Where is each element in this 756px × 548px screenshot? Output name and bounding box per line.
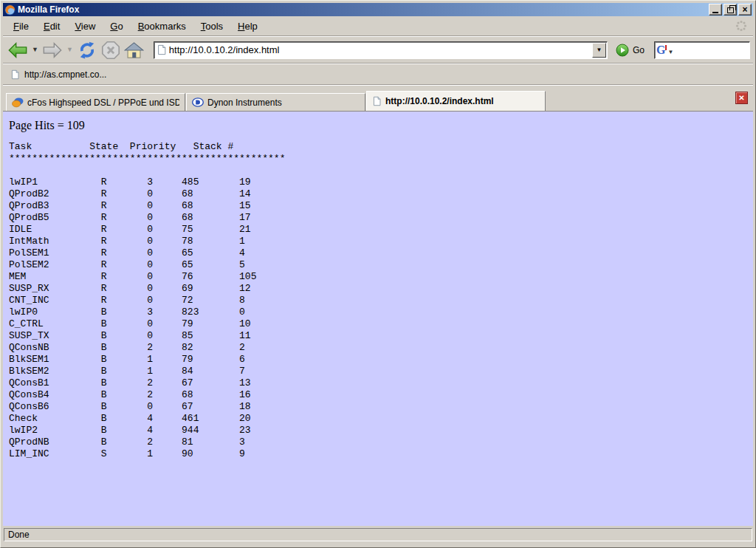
tab-label: Dynon Instruments bbox=[207, 97, 282, 108]
close-icon: × bbox=[742, 6, 747, 13]
bookmarks-toolbar: http://as.cmpnet.co... bbox=[3, 64, 753, 85]
menu-file[interactable]: File bbox=[6, 18, 36, 35]
page-icon bbox=[372, 96, 382, 106]
task-table: Task State Priority Stack # ************… bbox=[9, 141, 753, 460]
firefox-window: Mozilla Firefox × File Edit View Go Book… bbox=[0, 0, 756, 548]
tab-label: http://10.0.10.2/index.html bbox=[385, 96, 494, 106]
address-input[interactable] bbox=[169, 44, 590, 55]
tab-dynon[interactable]: Dynon Instruments bbox=[186, 93, 365, 111]
menu-bookmarks[interactable]: Bookmarks bbox=[131, 18, 193, 35]
menu-view[interactable]: View bbox=[67, 18, 103, 35]
page-icon bbox=[157, 44, 167, 55]
menu-go[interactable]: Go bbox=[103, 18, 130, 35]
menu-help[interactable]: Help bbox=[230, 18, 265, 35]
tab-cfos[interactable]: cFos Highspeed DSL / PPPoE und ISDN CAP.… bbox=[6, 93, 185, 111]
go-label: Go bbox=[633, 45, 645, 55]
go-icon bbox=[616, 44, 629, 57]
bookmark-item[interactable]: http://as.cmpnet.co... bbox=[7, 68, 109, 81]
status-bar: Done bbox=[3, 526, 753, 545]
reload-button[interactable] bbox=[75, 39, 99, 61]
forward-button[interactable] bbox=[41, 40, 64, 61]
status-panel: Done bbox=[4, 528, 752, 541]
home-button[interactable] bbox=[123, 40, 145, 61]
bookmark-label: http://as.cmpnet.co... bbox=[24, 69, 106, 80]
forward-icon bbox=[42, 41, 63, 59]
address-dropdown-button[interactable]: ▼ bbox=[592, 43, 606, 58]
page-icon bbox=[10, 69, 20, 80]
search-box[interactable]: G ▼ bbox=[654, 41, 750, 59]
home-icon bbox=[124, 41, 144, 59]
throbber-icon bbox=[735, 20, 747, 32]
menu-edit[interactable]: Edit bbox=[36, 18, 67, 35]
search-input[interactable] bbox=[676, 44, 748, 56]
page-hits-text: Page Hits = 109 bbox=[9, 119, 753, 132]
stop-icon bbox=[101, 41, 120, 60]
cfos-icon bbox=[12, 97, 24, 108]
navigation-toolbar: ▼ ▼ bbox=[3, 36, 753, 64]
firefox-logo-icon bbox=[4, 4, 16, 16]
status-text: Done bbox=[8, 530, 30, 540]
window-title: Mozilla Firefox bbox=[18, 4, 79, 15]
forward-dropdown-caret[interactable]: ▼ bbox=[65, 47, 75, 53]
back-icon bbox=[7, 41, 28, 59]
google-g-icon: G bbox=[656, 44, 665, 56]
address-bar[interactable]: ▼ bbox=[154, 41, 608, 59]
minimize-button[interactable] bbox=[709, 4, 722, 16]
close-tab-button[interactable]: ✕ bbox=[735, 92, 748, 104]
title-bar[interactable]: Mozilla Firefox × bbox=[3, 3, 753, 16]
restore-icon bbox=[727, 7, 734, 13]
dynon-icon bbox=[192, 97, 204, 107]
go-button[interactable]: Go bbox=[614, 42, 649, 58]
restore-button[interactable] bbox=[724, 4, 737, 16]
menu-tools[interactable]: Tools bbox=[193, 18, 230, 35]
back-button[interactable] bbox=[6, 40, 30, 61]
back-dropdown-caret[interactable]: ▼ bbox=[30, 47, 40, 53]
minimize-icon bbox=[712, 12, 718, 13]
stop-button[interactable] bbox=[100, 39, 122, 61]
tab-bar: cFos Highspeed DSL / PPPoE und ISDN CAP.… bbox=[3, 85, 753, 112]
search-engine-caret[interactable]: ▼ bbox=[666, 49, 675, 55]
close-button[interactable]: × bbox=[738, 4, 752, 16]
page-content: Page Hits = 109 Task State Priority Stac… bbox=[3, 112, 753, 526]
tab-active-index-page[interactable]: http://10.0.10.2/index.html bbox=[366, 91, 546, 111]
reload-icon bbox=[77, 41, 97, 60]
menu-bar: File Edit View Go Bookmarks Tools Help bbox=[3, 16, 753, 36]
tab-label: cFos Highspeed DSL / PPPoE und ISDN CAP.… bbox=[27, 97, 179, 108]
